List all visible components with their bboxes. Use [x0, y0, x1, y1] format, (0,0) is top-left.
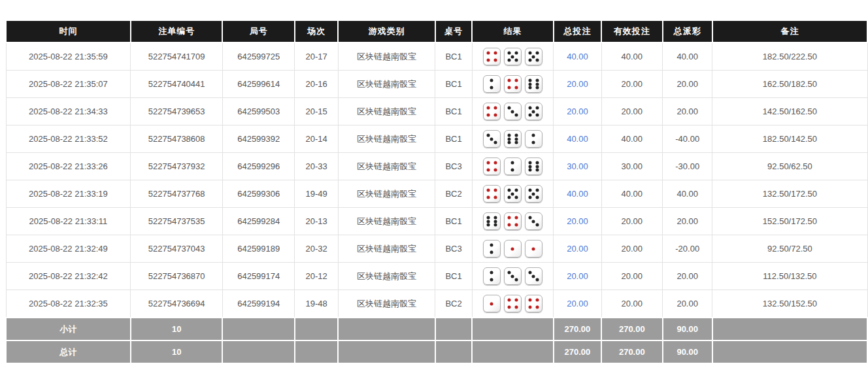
- footer-label: 小计: [6, 318, 131, 340]
- cell-bet_id: 522754738608: [131, 125, 223, 153]
- cell-table_no: BC1: [435, 208, 472, 235]
- cell-result: [472, 71, 554, 98]
- total-bet-link[interactable]: 20.00: [567, 79, 588, 89]
- cell-total_payout: 20.00: [663, 208, 712, 235]
- cell-total_payout: 20.00: [663, 98, 712, 125]
- die-icon-4: [525, 295, 542, 312]
- cell-time: 2025-08-22 21:35:07: [6, 71, 131, 98]
- die-icon-3: [525, 267, 542, 285]
- header-cell-valid_bet: 有效投注: [601, 20, 662, 42]
- bet-records-table: 时间注单编号局号场次游戏类别桌号结果总投注有效投注总派彩备注 2025-08-2…: [5, 20, 868, 364]
- table-row: 2025-08-22 21:35:07522754740441642599614…: [6, 71, 867, 98]
- dice-result: [483, 103, 542, 120]
- total-bet-link[interactable]: 30.00: [567, 161, 588, 171]
- cell-result: [472, 290, 554, 318]
- cell-game_type: 区块链越南骰宝: [338, 98, 435, 125]
- table-row: 2025-08-22 21:33:19522754737768642599306…: [6, 180, 867, 208]
- cell-valid_bet: 40.00: [601, 42, 662, 71]
- total-bet-link[interactable]: 20.00: [567, 216, 588, 226]
- die-icon-3: [483, 130, 501, 148]
- cell-game_type: 区块链越南骰宝: [338, 153, 435, 180]
- die-icon-4: [483, 185, 501, 203]
- footer-session: [295, 318, 338, 340]
- dice-result: [483, 212, 542, 230]
- cell-game_type: 区块链越南骰宝: [338, 290, 435, 318]
- footer-result: [472, 340, 554, 363]
- table-header: 时间注单编号局号场次游戏类别桌号结果总投注有效投注总派彩备注: [6, 20, 867, 42]
- cell-time: 2025-08-22 21:35:59: [6, 42, 131, 71]
- header-cell-total_bet: 总投注: [554, 20, 601, 42]
- cell-session: 19-48: [295, 290, 338, 318]
- total-bet-link[interactable]: 20.00: [567, 107, 588, 116]
- total-bet-link[interactable]: 40.00: [567, 189, 588, 199]
- dice-result: [483, 75, 542, 93]
- cell-round_id: 642599725: [222, 42, 295, 71]
- cell-result: [472, 98, 554, 125]
- cell-time: 2025-08-22 21:32:49: [6, 235, 131, 263]
- total-bet-link[interactable]: 20.00: [567, 271, 588, 281]
- footer-valid-bet: 270.00: [601, 318, 662, 340]
- cell-remark: 112.50/132.50: [712, 263, 867, 290]
- die-icon-5: [504, 48, 522, 65]
- footer-row: 总计10270.00270.0090.00: [6, 340, 867, 363]
- die-icon-2: [483, 267, 501, 285]
- table-row: 2025-08-22 21:33:26522754737932642599296…: [6, 153, 867, 180]
- cell-table_no: BC1: [435, 263, 472, 290]
- cell-total_payout: -20.00: [663, 235, 712, 263]
- cell-round_id: 642599503: [222, 98, 295, 125]
- cell-remark: 182.50/222.50: [712, 42, 867, 71]
- cell-table_no: BC1: [435, 42, 472, 71]
- cell-remark: 182.50/142.50: [712, 125, 867, 153]
- cell-valid_bet: 40.00: [601, 180, 662, 208]
- cell-result: [472, 263, 554, 290]
- table-row: 2025-08-22 21:32:35522754736694642599194…: [6, 290, 867, 318]
- cell-table_no: BC2: [435, 180, 472, 208]
- cell-valid_bet: 30.00: [601, 153, 662, 180]
- cell-bet_id: 522754736694: [131, 290, 223, 318]
- die-icon-3: [504, 267, 522, 285]
- cell-total_bet: 20.00: [554, 263, 601, 290]
- die-icon-4: [504, 212, 522, 230]
- total-bet-link[interactable]: 40.00: [567, 134, 588, 144]
- cell-valid_bet: 20.00: [601, 71, 662, 98]
- header-cell-game_type: 游戏类别: [338, 20, 435, 42]
- cell-total_bet: 20.00: [554, 235, 601, 263]
- cell-bet_id: 522754737768: [131, 180, 223, 208]
- cell-session: 20-13: [295, 208, 338, 235]
- table-row: 2025-08-22 21:35:59522754741709642599725…: [6, 42, 867, 71]
- cell-session: 20-17: [295, 42, 338, 71]
- die-icon-6: [525, 157, 542, 175]
- total-bet-link[interactable]: 20.00: [567, 299, 588, 308]
- cell-time: 2025-08-22 21:32:35: [6, 290, 131, 318]
- footer-total-payout: 90.00: [663, 318, 712, 340]
- cell-total_payout: -30.00: [663, 153, 712, 180]
- cell-bet_id: 522754737535: [131, 208, 223, 235]
- die-icon-2: [504, 157, 522, 175]
- die-icon-2: [483, 240, 501, 257]
- die-icon-1: [525, 240, 542, 257]
- die-icon-4: [483, 157, 501, 175]
- header-cell-session: 场次: [295, 20, 338, 42]
- footer-result: [472, 318, 554, 340]
- cell-table_no: BC2: [435, 290, 472, 318]
- dice-result: [483, 185, 542, 203]
- table-footer: 小计10270.00270.0090.00总计10270.00270.0090.…: [6, 318, 867, 363]
- header-cell-round_id: 局号: [222, 20, 295, 42]
- cell-result: [472, 125, 554, 153]
- die-icon-2: [483, 75, 501, 93]
- cell-valid_bet: 20.00: [601, 208, 662, 235]
- footer-label: 总计: [6, 340, 131, 363]
- cell-total_bet: 40.00: [554, 180, 601, 208]
- die-icon-1: [483, 295, 501, 312]
- cell-valid_bet: 20.00: [601, 290, 662, 318]
- footer-total-bet: 270.00: [554, 318, 601, 340]
- dice-result: [483, 240, 542, 257]
- cell-round_id: 642599614: [222, 71, 295, 98]
- cell-remark: 142.50/162.50: [712, 98, 867, 125]
- total-bet-link[interactable]: 20.00: [567, 244, 588, 254]
- cell-remark: 162.50/182.50: [712, 71, 867, 98]
- total-bet-link[interactable]: 40.00: [567, 52, 588, 61]
- cell-total_bet: 20.00: [554, 98, 601, 125]
- cell-time: 2025-08-22 21:33:19: [6, 180, 131, 208]
- cell-result: [472, 208, 554, 235]
